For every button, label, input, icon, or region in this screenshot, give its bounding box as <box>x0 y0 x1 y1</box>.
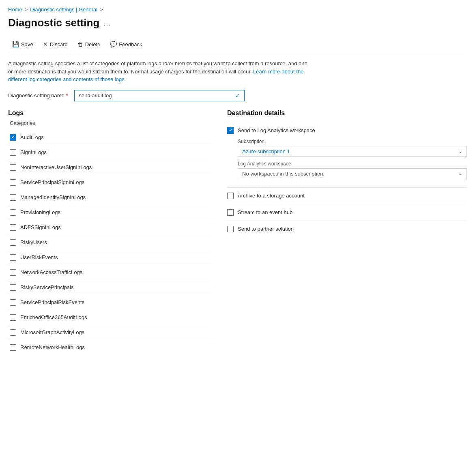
log-checkbox-serviceprincipalriskevents[interactable] <box>10 299 16 306</box>
feedback-label: Feedback <box>119 41 142 47</box>
setting-name-value: send audit log <box>79 92 112 99</box>
breadcrumb-sep1: > <box>25 6 28 13</box>
workspace-label: Log Analytics workspace <box>238 161 467 167</box>
workspace-dropdown[interactable]: No workspaces in this subscription. ⌄ <box>238 168 467 179</box>
discard-icon: ✕ <box>43 41 48 47</box>
event-hub-checkbox[interactable] <box>227 209 234 216</box>
log-item: MicrosoftGraphActivityLogs <box>8 325 211 340</box>
log-item: ServicePrincipalSignInLogs <box>8 175 211 190</box>
breadcrumb-sep2: > <box>100 6 103 13</box>
log-label-userriskevents: UserRiskEvents <box>20 254 58 260</box>
delete-label: Delete <box>85 41 101 47</box>
log-label-microsoftgraphactivitylogs: MicrosoftGraphActivityLogs <box>20 329 84 335</box>
setting-name-row: Diagnostic setting name * send audit log… <box>8 90 467 101</box>
required-marker: * <box>66 92 68 99</box>
log-analytics-label: Send to Log Analytics workspace <box>238 127 315 133</box>
log-label-riskyusers: RiskyUsers <box>20 239 47 245</box>
description-text: A diagnostic setting specifies a list of… <box>8 60 308 84</box>
breadcrumb-home[interactable]: Home <box>8 6 22 13</box>
log-checkbox-networkaccesstrafficlogs[interactable] <box>10 269 16 276</box>
partner-solution-option: Send to partner solution <box>227 221 467 237</box>
log-analytics-option-row: Send to Log Analytics workspace <box>227 123 467 136</box>
toolbar: 💾 Save ✕ Discard 🗑 Delete 💬 Feedback <box>8 36 467 53</box>
logs-categories-label: Categories <box>10 120 211 126</box>
page-title: Diagnostic setting <box>8 17 99 29</box>
breadcrumb: Home > Diagnostic settings | General > <box>8 6 467 13</box>
log-item: AuditLogs <box>8 130 211 145</box>
setting-name-input[interactable]: send audit log ✓ <box>74 90 245 101</box>
subscription-value: Azure subscription 1 <box>242 148 290 154</box>
logs-section: Logs Categories AuditLogsSignInLogsNonIn… <box>8 109 211 355</box>
log-label-managedidentitysigninlogs: ManagedIdentitySignInLogs <box>20 194 86 200</box>
log-label-serviceprincipalsigninlogs: ServicePrincipalSignInLogs <box>20 179 84 185</box>
log-checkbox-auditlogs[interactable] <box>10 134 16 141</box>
event-hub-option: Stream to an event hub <box>227 204 467 221</box>
delete-icon: 🗑 <box>77 41 83 47</box>
subscription-dropdown[interactable]: Azure subscription 1 ⌄ <box>238 146 467 157</box>
log-checkbox-userriskevents[interactable] <box>10 254 16 261</box>
log-checkbox-noninteractiveusersigninlogs[interactable] <box>10 164 16 171</box>
log-label-noninteractiveusersigninlogs: NonInteractiveUserSignInLogs <box>20 164 92 170</box>
log-label-networkaccesstrafficlogs: NetworkAccessTrafficLogs <box>20 269 82 275</box>
log-label-auditlogs: AuditLogs <box>20 134 44 140</box>
check-icon: ✓ <box>235 92 240 99</box>
log-label-enrichedoffice365auditlogs: EnrichedOffice365AuditLogs <box>20 314 87 320</box>
log-label-adfssigninlogs: ADFSSignInLogs <box>20 224 61 230</box>
discard-label: Discard <box>50 41 68 47</box>
storage-account-option: Archive to a storage account <box>227 188 467 204</box>
discard-button[interactable]: ✕ Discard <box>39 39 72 49</box>
log-item: ManagedIdentitySignInLogs <box>8 190 211 205</box>
save-button[interactable]: 💾 Save <box>8 39 37 49</box>
save-icon: 💾 <box>12 41 19 47</box>
breadcrumb-diagnostic[interactable]: Diagnostic settings | General <box>30 6 97 13</box>
feedback-button[interactable]: 💬 Feedback <box>106 39 146 49</box>
log-item: RiskyServicePrincipals <box>8 280 211 295</box>
log-item: UserRiskEvents <box>8 250 211 265</box>
log-checkbox-adfssigninlogs[interactable] <box>10 224 16 231</box>
subscription-label: Subscription <box>238 139 467 144</box>
log-label-serviceprincipalriskevents: ServicePrincipalRiskEvents <box>20 299 84 305</box>
delete-button[interactable]: 🗑 Delete <box>73 39 105 49</box>
main-content: Logs Categories AuditLogsSignInLogsNonIn… <box>8 109 467 355</box>
subscription-dropdown-arrow: ⌄ <box>458 148 462 154</box>
partner-solution-label: Send to partner solution <box>238 226 294 232</box>
page-title-row: Diagnostic setting ... <box>8 17 467 29</box>
log-item: ProvisioningLogs <box>8 205 211 220</box>
destination-section: Destination details Send to Log Analytic… <box>227 109 467 355</box>
log-item: NonInteractiveUserSignInLogs <box>8 160 211 175</box>
workspace-placeholder: No workspaces in this subscription. <box>242 171 325 177</box>
log-checkbox-riskyusers[interactable] <box>10 239 16 246</box>
log-checkbox-managedidentitysigninlogs[interactable] <box>10 194 16 201</box>
log-analytics-sub-fields: Subscription Azure subscription 1 ⌄ Log … <box>227 136 467 188</box>
feedback-icon: 💬 <box>110 41 117 47</box>
log-checkbox-microsoftgraphactivitylogs[interactable] <box>10 329 16 336</box>
log-checkbox-remotenetworkhealthlogs[interactable] <box>10 344 16 351</box>
log-checkbox-enrichedoffice365auditlogs[interactable] <box>10 314 16 321</box>
log-item: EnrichedOffice365AuditLogs <box>8 310 211 325</box>
setting-name-label: Diagnostic setting name * <box>8 92 68 99</box>
workspace-dropdown-arrow: ⌄ <box>458 171 462 176</box>
log-checkbox-riskyserviceprincipals[interactable] <box>10 284 16 291</box>
event-hub-label: Stream to an event hub <box>238 209 292 215</box>
log-checkbox-provisioninglogs[interactable] <box>10 209 16 216</box>
log-item: SignInLogs <box>8 145 211 160</box>
log-item: ServicePrincipalRiskEvents <box>8 295 211 310</box>
log-items-list: AuditLogsSignInLogsNonInteractiveUserSig… <box>8 130 211 355</box>
log-item: NetworkAccessTrafficLogs <box>8 265 211 280</box>
storage-account-label: Archive to a storage account <box>238 193 305 199</box>
storage-account-checkbox[interactable] <box>227 193 234 199</box>
log-item: RiskyUsers <box>8 235 211 250</box>
log-checkbox-signinlogs[interactable] <box>10 149 16 156</box>
log-item: RemoteNetworkHealthLogs <box>8 340 211 355</box>
partner-solution-checkbox[interactable] <box>227 226 234 232</box>
destination-title: Destination details <box>227 109 467 117</box>
log-label-remotenetworkhealthlogs: RemoteNetworkHealthLogs <box>20 344 85 350</box>
log-analytics-checkbox[interactable] <box>227 127 234 134</box>
log-label-riskyserviceprincipals: RiskyServicePrincipals <box>20 284 73 290</box>
save-label: Save <box>21 41 33 47</box>
log-item: ADFSSignInLogs <box>8 220 211 235</box>
logs-section-title: Logs <box>8 109 211 117</box>
log-label-provisioninglogs: ProvisioningLogs <box>20 209 60 215</box>
log-checkbox-serviceprincipalsigninlogs[interactable] <box>10 179 16 186</box>
title-ellipsis[interactable]: ... <box>103 18 110 28</box>
